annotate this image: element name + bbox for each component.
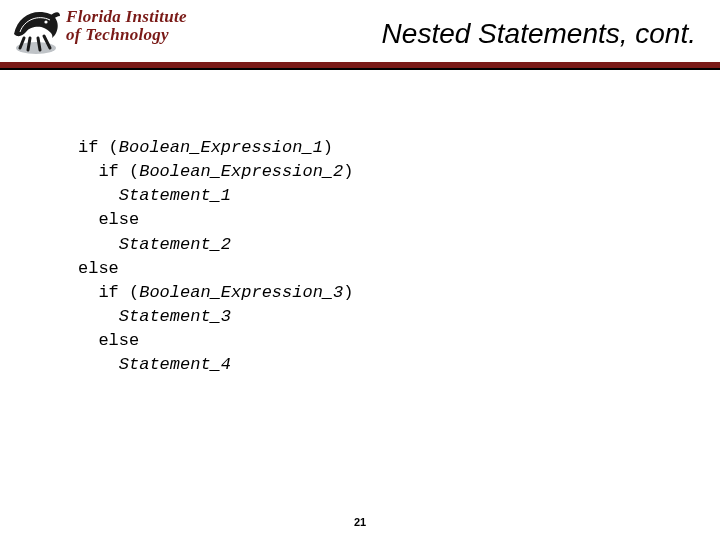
institution-name: Florida Institute of Technology [66, 8, 187, 44]
code-block: if (Boolean_Expression_1) if (Boolean_Ex… [78, 136, 638, 377]
code-it: Statement_1 [78, 186, 231, 205]
code-kw: ) [343, 283, 353, 302]
code-it: Boolean_Expression_3 [139, 283, 343, 302]
code-it: Boolean_Expression_1 [119, 138, 323, 157]
panther-logo-icon [10, 4, 62, 56]
slide-header: Florida Institute of Technology Nested S… [0, 0, 720, 62]
code-kw: if ( [78, 162, 139, 181]
code-kw: if ( [78, 138, 119, 157]
institution-line-2: of Technology [66, 26, 187, 43]
code-it: Statement_3 [78, 307, 231, 326]
code-kw: else [78, 210, 139, 229]
institution-line-1: Florida Institute [66, 8, 187, 25]
page-number: 21 [0, 516, 720, 528]
code-kw: if ( [78, 283, 139, 302]
slide-title: Nested Statements, cont. [382, 18, 696, 50]
code-kw: ) [323, 138, 333, 157]
code-kw: else [78, 259, 119, 278]
svg-point-1 [44, 20, 47, 23]
code-kw: ) [343, 162, 353, 181]
code-it: Statement_2 [78, 235, 231, 254]
code-it: Statement_4 [78, 355, 231, 374]
slide: Florida Institute of Technology Nested S… [0, 0, 720, 540]
code-it: Boolean_Expression_2 [139, 162, 343, 181]
header-rule-shadow [0, 68, 720, 70]
code-kw: else [78, 331, 139, 350]
